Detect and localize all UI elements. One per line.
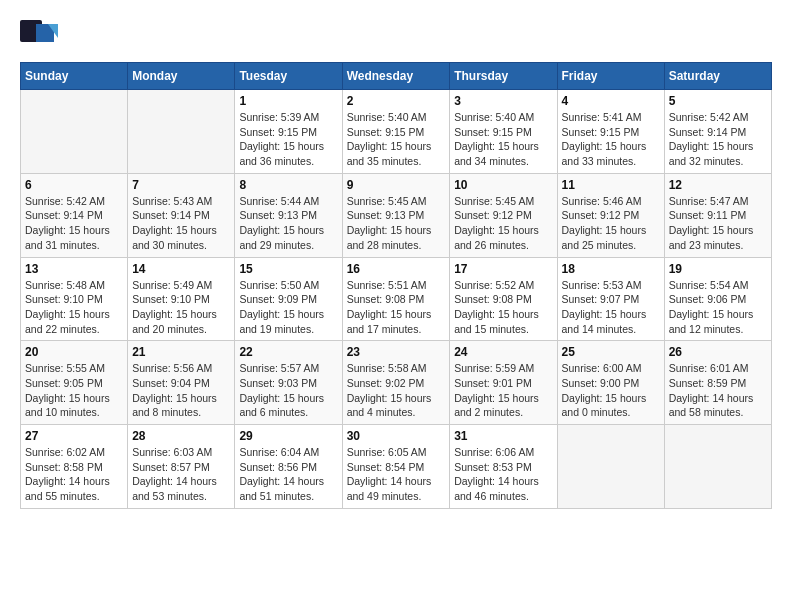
day-number: 20 — [25, 345, 123, 359]
day-info: Sunrise: 5:57 AM Sunset: 9:03 PM Dayligh… — [239, 361, 337, 420]
calendar-cell: 15Sunrise: 5:50 AM Sunset: 9:09 PM Dayli… — [235, 257, 342, 341]
calendar-cell: 22Sunrise: 5:57 AM Sunset: 9:03 PM Dayli… — [235, 341, 342, 425]
day-info: Sunrise: 5:46 AM Sunset: 9:12 PM Dayligh… — [562, 194, 660, 253]
calendar-week-row: 27Sunrise: 6:02 AM Sunset: 8:58 PM Dayli… — [21, 425, 772, 509]
day-number: 25 — [562, 345, 660, 359]
calendar-cell: 5Sunrise: 5:42 AM Sunset: 9:14 PM Daylig… — [664, 90, 771, 174]
calendar-week-row: 6Sunrise: 5:42 AM Sunset: 9:14 PM Daylig… — [21, 173, 772, 257]
calendar-cell: 9Sunrise: 5:45 AM Sunset: 9:13 PM Daylig… — [342, 173, 450, 257]
day-number: 4 — [562, 94, 660, 108]
calendar-cell — [557, 425, 664, 509]
day-number: 30 — [347, 429, 446, 443]
calendar-cell: 12Sunrise: 5:47 AM Sunset: 9:11 PM Dayli… — [664, 173, 771, 257]
calendar-cell: 21Sunrise: 5:56 AM Sunset: 9:04 PM Dayli… — [128, 341, 235, 425]
calendar-cell: 11Sunrise: 5:46 AM Sunset: 9:12 PM Dayli… — [557, 173, 664, 257]
page-header — [20, 20, 772, 52]
day-info: Sunrise: 6:00 AM Sunset: 9:00 PM Dayligh… — [562, 361, 660, 420]
day-info: Sunrise: 5:59 AM Sunset: 9:01 PM Dayligh… — [454, 361, 552, 420]
day-number: 31 — [454, 429, 552, 443]
day-info: Sunrise: 5:42 AM Sunset: 9:14 PM Dayligh… — [25, 194, 123, 253]
day-number: 21 — [132, 345, 230, 359]
day-number: 9 — [347, 178, 446, 192]
calendar-table: SundayMondayTuesdayWednesdayThursdayFrid… — [20, 62, 772, 509]
calendar-header-row: SundayMondayTuesdayWednesdayThursdayFrid… — [21, 63, 772, 90]
day-info: Sunrise: 6:04 AM Sunset: 8:56 PM Dayligh… — [239, 445, 337, 504]
day-number: 8 — [239, 178, 337, 192]
calendar-cell: 18Sunrise: 5:53 AM Sunset: 9:07 PM Dayli… — [557, 257, 664, 341]
calendar-cell: 25Sunrise: 6:00 AM Sunset: 9:00 PM Dayli… — [557, 341, 664, 425]
calendar-week-row: 13Sunrise: 5:48 AM Sunset: 9:10 PM Dayli… — [21, 257, 772, 341]
calendar-cell: 8Sunrise: 5:44 AM Sunset: 9:13 PM Daylig… — [235, 173, 342, 257]
calendar-cell: 19Sunrise: 5:54 AM Sunset: 9:06 PM Dayli… — [664, 257, 771, 341]
day-info: Sunrise: 5:50 AM Sunset: 9:09 PM Dayligh… — [239, 278, 337, 337]
day-info: Sunrise: 5:40 AM Sunset: 9:15 PM Dayligh… — [347, 110, 446, 169]
calendar-cell: 13Sunrise: 5:48 AM Sunset: 9:10 PM Dayli… — [21, 257, 128, 341]
day-number: 10 — [454, 178, 552, 192]
calendar-cell: 27Sunrise: 6:02 AM Sunset: 8:58 PM Dayli… — [21, 425, 128, 509]
calendar-cell: 3Sunrise: 5:40 AM Sunset: 9:15 PM Daylig… — [450, 90, 557, 174]
day-number: 3 — [454, 94, 552, 108]
day-info: Sunrise: 6:05 AM Sunset: 8:54 PM Dayligh… — [347, 445, 446, 504]
day-number: 6 — [25, 178, 123, 192]
day-info: Sunrise: 5:41 AM Sunset: 9:15 PM Dayligh… — [562, 110, 660, 169]
calendar-cell — [664, 425, 771, 509]
day-info: Sunrise: 5:47 AM Sunset: 9:11 PM Dayligh… — [669, 194, 767, 253]
day-number: 29 — [239, 429, 337, 443]
day-info: Sunrise: 5:54 AM Sunset: 9:06 PM Dayligh… — [669, 278, 767, 337]
day-number: 19 — [669, 262, 767, 276]
logo — [20, 20, 62, 52]
logo-icon — [20, 20, 58, 52]
calendar-cell: 4Sunrise: 5:41 AM Sunset: 9:15 PM Daylig… — [557, 90, 664, 174]
day-number: 11 — [562, 178, 660, 192]
day-info: Sunrise: 6:06 AM Sunset: 8:53 PM Dayligh… — [454, 445, 552, 504]
day-number: 14 — [132, 262, 230, 276]
day-info: Sunrise: 5:45 AM Sunset: 9:12 PM Dayligh… — [454, 194, 552, 253]
day-info: Sunrise: 5:52 AM Sunset: 9:08 PM Dayligh… — [454, 278, 552, 337]
day-number: 27 — [25, 429, 123, 443]
day-header: Sunday — [21, 63, 128, 90]
day-number: 7 — [132, 178, 230, 192]
day-info: Sunrise: 5:53 AM Sunset: 9:07 PM Dayligh… — [562, 278, 660, 337]
calendar-cell: 31Sunrise: 6:06 AM Sunset: 8:53 PM Dayli… — [450, 425, 557, 509]
day-number: 12 — [669, 178, 767, 192]
calendar-cell: 2Sunrise: 5:40 AM Sunset: 9:15 PM Daylig… — [342, 90, 450, 174]
calendar-cell: 30Sunrise: 6:05 AM Sunset: 8:54 PM Dayli… — [342, 425, 450, 509]
calendar-cell: 20Sunrise: 5:55 AM Sunset: 9:05 PM Dayli… — [21, 341, 128, 425]
day-header: Tuesday — [235, 63, 342, 90]
day-header: Friday — [557, 63, 664, 90]
calendar-cell: 17Sunrise: 5:52 AM Sunset: 9:08 PM Dayli… — [450, 257, 557, 341]
day-info: Sunrise: 5:42 AM Sunset: 9:14 PM Dayligh… — [669, 110, 767, 169]
day-info: Sunrise: 5:58 AM Sunset: 9:02 PM Dayligh… — [347, 361, 446, 420]
calendar-cell: 26Sunrise: 6:01 AM Sunset: 8:59 PM Dayli… — [664, 341, 771, 425]
day-info: Sunrise: 5:45 AM Sunset: 9:13 PM Dayligh… — [347, 194, 446, 253]
day-number: 23 — [347, 345, 446, 359]
day-info: Sunrise: 6:03 AM Sunset: 8:57 PM Dayligh… — [132, 445, 230, 504]
calendar-cell: 1Sunrise: 5:39 AM Sunset: 9:15 PM Daylig… — [235, 90, 342, 174]
day-number: 18 — [562, 262, 660, 276]
day-number: 5 — [669, 94, 767, 108]
day-number: 22 — [239, 345, 337, 359]
day-header: Thursday — [450, 63, 557, 90]
calendar-cell — [128, 90, 235, 174]
day-number: 16 — [347, 262, 446, 276]
calendar-cell: 14Sunrise: 5:49 AM Sunset: 9:10 PM Dayli… — [128, 257, 235, 341]
day-info: Sunrise: 5:48 AM Sunset: 9:10 PM Dayligh… — [25, 278, 123, 337]
day-info: Sunrise: 5:55 AM Sunset: 9:05 PM Dayligh… — [25, 361, 123, 420]
calendar-cell: 28Sunrise: 6:03 AM Sunset: 8:57 PM Dayli… — [128, 425, 235, 509]
day-number: 2 — [347, 94, 446, 108]
day-info: Sunrise: 5:39 AM Sunset: 9:15 PM Dayligh… — [239, 110, 337, 169]
calendar-cell: 6Sunrise: 5:42 AM Sunset: 9:14 PM Daylig… — [21, 173, 128, 257]
day-number: 15 — [239, 262, 337, 276]
day-info: Sunrise: 5:43 AM Sunset: 9:14 PM Dayligh… — [132, 194, 230, 253]
day-info: Sunrise: 5:49 AM Sunset: 9:10 PM Dayligh… — [132, 278, 230, 337]
day-header: Wednesday — [342, 63, 450, 90]
day-number: 13 — [25, 262, 123, 276]
day-number: 26 — [669, 345, 767, 359]
day-info: Sunrise: 5:44 AM Sunset: 9:13 PM Dayligh… — [239, 194, 337, 253]
day-info: Sunrise: 5:56 AM Sunset: 9:04 PM Dayligh… — [132, 361, 230, 420]
calendar-week-row: 20Sunrise: 5:55 AM Sunset: 9:05 PM Dayli… — [21, 341, 772, 425]
day-info: Sunrise: 5:51 AM Sunset: 9:08 PM Dayligh… — [347, 278, 446, 337]
day-number: 28 — [132, 429, 230, 443]
calendar-cell: 23Sunrise: 5:58 AM Sunset: 9:02 PM Dayli… — [342, 341, 450, 425]
calendar-cell: 29Sunrise: 6:04 AM Sunset: 8:56 PM Dayli… — [235, 425, 342, 509]
